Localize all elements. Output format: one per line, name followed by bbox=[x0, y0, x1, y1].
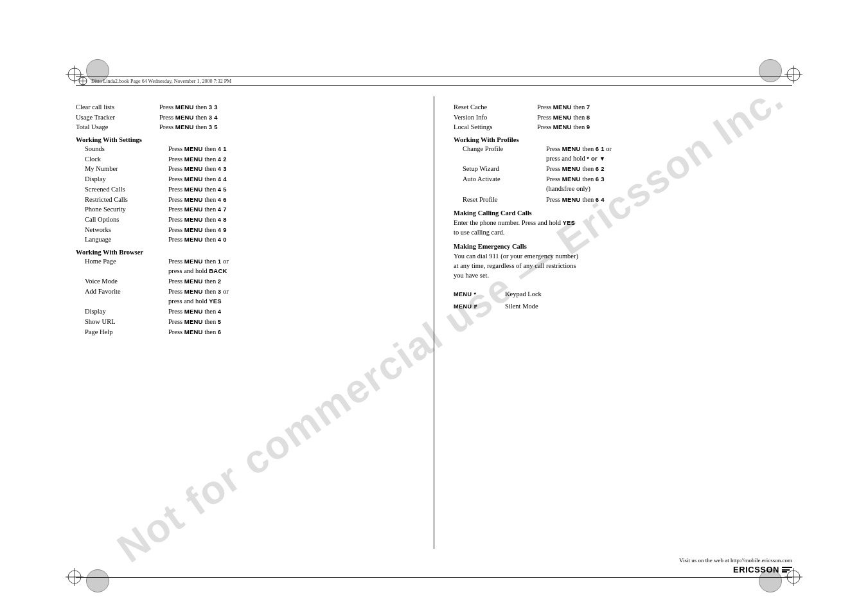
column-divider bbox=[434, 96, 434, 549]
ericsson-logo: ERICSSON bbox=[733, 565, 792, 574]
item-instruction: Press MENU then 4 0 bbox=[168, 235, 414, 245]
item-label: Version Info bbox=[454, 113, 537, 123]
section-header-emergency: Making Emergency Calls bbox=[454, 243, 792, 250]
item-instruction: Press MENU then 4 bbox=[168, 307, 414, 317]
item-instruction: Press MENU then 6 2 bbox=[546, 164, 792, 174]
item-label: Restricted Calls bbox=[85, 195, 168, 205]
item-instruction: Press MENU then 4 6 bbox=[168, 195, 414, 205]
section-header-browser: Working With Browser bbox=[76, 249, 414, 256]
key-shortcuts: MENU * Keypad Lock MENU # Silent Mode bbox=[454, 289, 792, 312]
list-item: Home Page Press MENU then 1 orpress and … bbox=[76, 257, 414, 276]
emergency-description: You can dial 911 (or your emergency numb… bbox=[454, 251, 792, 281]
item-label: Auto Activate bbox=[463, 175, 546, 193]
list-item: Networks Press MENU then 4 9 bbox=[76, 226, 414, 235]
item-instruction: Press MENU then 4 5 bbox=[168, 185, 414, 195]
item-instruction: Press MENU then 4 8 bbox=[168, 215, 414, 225]
footer: Visit us on the web at http://mobile.eri… bbox=[76, 557, 792, 574]
section-header-profiles: Working With Profiles bbox=[454, 136, 792, 143]
list-item: Auto Activate Press MENU then 6 3(handsf… bbox=[454, 175, 792, 193]
list-item: Version Info Press MENU then 8 bbox=[454, 113, 792, 123]
item-instruction: Press MENU then 4 1 bbox=[168, 145, 414, 154]
page-container: Ditto Linda2.book Page 64 Wednesday, Nov… bbox=[0, 0, 868, 613]
item-instruction: Press MENU then 6 3(handsfree only) bbox=[546, 175, 792, 193]
item-label: Reset Cache bbox=[454, 103, 537, 112]
list-item: Voice Mode Press MENU then 2 bbox=[76, 277, 414, 287]
section-header-settings: Working With Settings bbox=[76, 136, 414, 143]
section-header-calling: Making Calling Card Calls bbox=[454, 209, 792, 217]
list-item: Restricted Calls Press MENU then 4 6 bbox=[76, 195, 414, 205]
list-item: Change Profile Press MENU then 6 1 orpre… bbox=[454, 145, 792, 163]
calling-description: Enter the phone number. Press and hold Y… bbox=[454, 218, 792, 237]
ericsson-stripes-icon bbox=[782, 567, 792, 573]
item-label: Setup Wizard bbox=[463, 164, 546, 174]
page-bottom-line bbox=[76, 577, 792, 578]
left-column: Clear call lists Press MENU then 3 3 Usa… bbox=[76, 96, 414, 549]
item-instruction: Press MENU then 7 bbox=[537, 103, 792, 112]
item-label: Add Favorite bbox=[85, 287, 168, 306]
item-instruction: Press MENU then 8 bbox=[537, 113, 792, 123]
item-label: Home Page bbox=[85, 257, 168, 276]
content-area: Clear call lists Press MENU then 3 3 Usa… bbox=[76, 96, 792, 549]
list-item: Show URL Press MENU then 5 bbox=[76, 317, 414, 327]
item-instruction: Press MENU then 3 3 bbox=[159, 103, 414, 112]
item-instruction: Press MENU then 4 3 bbox=[168, 164, 414, 174]
list-item: Display Press MENU then 4 4 bbox=[76, 175, 414, 184]
right-column: Reset Cache Press MENU then 7 Version In… bbox=[454, 96, 792, 549]
key-row: MENU * Keypad Lock bbox=[454, 289, 792, 299]
list-item: Page Help Press MENU then 6 bbox=[76, 328, 414, 337]
item-label: Voice Mode bbox=[85, 277, 168, 287]
item-instruction: Press MENU then 4 2 bbox=[168, 155, 414, 164]
item-label: Display bbox=[85, 175, 168, 184]
compass-icon bbox=[78, 76, 87, 85]
item-label: Sounds bbox=[85, 145, 168, 154]
list-item: Setup Wizard Press MENU then 6 2 bbox=[454, 164, 792, 174]
item-label: Page Help bbox=[85, 328, 168, 337]
key-row: MENU # Silent Mode bbox=[454, 301, 792, 312]
item-instruction: Press MENU then 3 orpress and hold YES bbox=[168, 287, 414, 306]
item-label: Call Options bbox=[85, 215, 168, 225]
list-item: Phone Security Press MENU then 4 7 bbox=[76, 205, 414, 215]
list-item: Reset Profile Press MENU then 6 4 bbox=[454, 195, 792, 205]
item-instruction: Press MENU then 9 bbox=[537, 123, 792, 132]
item-label: Clock bbox=[85, 155, 168, 164]
list-item: Add Favorite Press MENU then 3 orpress a… bbox=[76, 287, 414, 306]
item-label: Clear call lists bbox=[76, 103, 159, 112]
list-item: Usage Tracker Press MENU then 3 4 bbox=[76, 113, 414, 123]
item-label: Phone Security bbox=[85, 205, 168, 215]
list-item: Reset Cache Press MENU then 7 bbox=[454, 103, 792, 112]
item-instruction: Press MENU then 6 bbox=[168, 328, 414, 337]
list-item: Total Usage Press MENU then 3 5 bbox=[76, 123, 414, 132]
list-item: Display Press MENU then 4 bbox=[76, 307, 414, 317]
item-instruction: Press MENU then 1 orpress and hold BACK bbox=[168, 257, 414, 276]
item-instruction: Press MENU then 6 1 orpress and hold * o… bbox=[546, 145, 792, 163]
item-instruction: Press MENU then 3 5 bbox=[159, 123, 414, 132]
item-instruction: Press MENU then 4 9 bbox=[168, 226, 414, 235]
key-label: MENU * bbox=[454, 289, 505, 299]
item-instruction: Press MENU then 6 4 bbox=[546, 195, 792, 205]
key-label: MENU # bbox=[454, 301, 505, 312]
ericsson-brand: ERICSSON bbox=[733, 565, 779, 574]
list-item: Local Settings Press MENU then 9 bbox=[454, 123, 792, 132]
list-item: My Number Press MENU then 4 3 bbox=[76, 164, 414, 174]
item-instruction: Press MENU then 3 4 bbox=[159, 113, 414, 123]
item-label: Change Profile bbox=[463, 145, 546, 163]
item-label: Total Usage bbox=[76, 123, 159, 132]
item-label: Language bbox=[85, 235, 168, 245]
item-label: Show URL bbox=[85, 317, 168, 327]
list-item: Clock Press MENU then 4 2 bbox=[76, 155, 414, 164]
item-label: Screened Calls bbox=[85, 185, 168, 195]
key-value: Silent Mode bbox=[505, 301, 538, 312]
item-label: Local Settings bbox=[454, 123, 537, 132]
list-item: Sounds Press MENU then 4 1 bbox=[76, 145, 414, 154]
list-item: Screened Calls Press MENU then 4 5 bbox=[76, 185, 414, 195]
item-instruction: Press MENU then 4 7 bbox=[168, 205, 414, 215]
footer-web-text: Visit us on the web at http://mobile.eri… bbox=[679, 557, 792, 564]
item-label: Display bbox=[85, 307, 168, 317]
item-instruction: Press MENU then 5 bbox=[168, 317, 414, 327]
item-label: Usage Tracker bbox=[76, 113, 159, 123]
item-label: Networks bbox=[85, 226, 168, 235]
item-instruction: Press MENU then 2 bbox=[168, 277, 414, 287]
header-bar: Ditto Linda2.book Page 64 Wednesday, Nov… bbox=[76, 76, 792, 86]
list-item: Language Press MENU then 4 0 bbox=[76, 235, 414, 245]
item-label: Reset Profile bbox=[463, 195, 546, 205]
